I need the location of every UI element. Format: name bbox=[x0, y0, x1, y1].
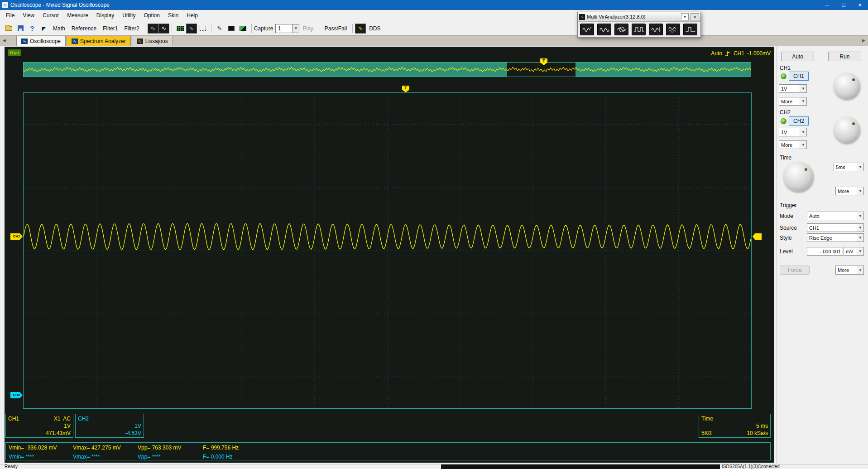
chevron-down-icon: ▼ bbox=[857, 163, 863, 171]
open-folder-icon bbox=[5, 26, 12, 31]
analyzer-title-bar[interactable]: ∿ Multi VirAnalyzer(3.12.8.0) ▼ × bbox=[578, 12, 700, 22]
lissajous-tool-button[interactable] bbox=[614, 24, 628, 35]
tab-oscilloscope[interactable]: ∿ Oscilloscope bbox=[16, 36, 66, 46]
spectrum-tool-button[interactable] bbox=[597, 24, 611, 35]
title-bar: ∿ Oscilloscope - Mixed Signal Oscillosco… bbox=[0, 0, 868, 10]
trigger-style-select[interactable]: Rise Edge ▼ bbox=[807, 233, 864, 242]
oscilloscope-tool-button[interactable]: s bbox=[580, 24, 594, 35]
menu-item-option[interactable]: Option bbox=[140, 11, 164, 20]
ch1-position-knob[interactable] bbox=[834, 73, 860, 99]
trigger-mode-value: Auto bbox=[807, 213, 857, 219]
persistence-icon[interactable]: ∿ bbox=[186, 24, 197, 34]
filter1-button[interactable]: Filter1 bbox=[100, 23, 121, 34]
tab-spectrum-analyzer[interactable]: ∿ Spectrum Analyzer bbox=[67, 36, 131, 46]
minimize-button[interactable]: ─ bbox=[819, 0, 835, 10]
ch2-toggle[interactable]: CH2 bbox=[789, 116, 809, 126]
help-button[interactable]: ? bbox=[26, 23, 38, 34]
time-more-dropdown[interactable]: More ▼ bbox=[835, 187, 864, 195]
annotate-button[interactable]: ✎ bbox=[214, 23, 225, 34]
ch2-position-knob[interactable] bbox=[834, 117, 860, 143]
ch1-ground-marker[interactable]: CH1 bbox=[10, 233, 23, 240]
trigger-level-marker[interactable] bbox=[753, 233, 762, 240]
close-button[interactable]: × bbox=[852, 0, 868, 10]
overview-strip bbox=[23, 62, 751, 77]
tab-scroll-right-icon[interactable]: ▶ bbox=[862, 38, 865, 43]
wave-display-icon[interactable]: ∿ bbox=[148, 24, 158, 34]
analyzer-dropdown-icon[interactable]: ▼ bbox=[681, 13, 689, 20]
ch1-frequency: F= 999.756 Hz bbox=[203, 444, 770, 452]
menu-item-skin[interactable]: Skin bbox=[164, 11, 182, 20]
ch2-more-dropdown[interactable]: More ▼ bbox=[779, 140, 807, 149]
chevron-down-icon: ▼ bbox=[857, 247, 863, 255]
toolbar-separator bbox=[211, 24, 211, 33]
passfail-button[interactable]: Pass/Fail bbox=[321, 23, 350, 34]
lissajous-tab-icon: ∿ bbox=[137, 39, 143, 44]
trigger-level-input[interactable] bbox=[807, 247, 843, 256]
capture-dropdown-arrow-icon[interactable]: ▼ bbox=[293, 24, 299, 33]
capture-count-input[interactable] bbox=[275, 24, 293, 33]
ch1-scale-select[interactable]: 1V ▼ bbox=[779, 84, 807, 93]
trigger-more-dropdown[interactable]: More ▼ bbox=[835, 266, 864, 275]
rising-edge-icon bbox=[725, 51, 731, 57]
menu-item-utility[interactable]: Utility bbox=[118, 11, 139, 20]
tab-spectrum-label: Spectrum Analyzer bbox=[80, 38, 126, 44]
timebase-knob[interactable] bbox=[783, 162, 813, 192]
force-trigger-button[interactable]: Force bbox=[780, 266, 810, 275]
maximize-button[interactable]: □ bbox=[835, 0, 852, 10]
ch1-toggle[interactable]: CH1 bbox=[789, 72, 809, 81]
dual-wave-tool-button[interactable] bbox=[666, 24, 680, 35]
tab-lissajous[interactable]: ∿ Lissajous bbox=[132, 36, 173, 46]
ch2-enabled-led[interactable] bbox=[781, 118, 786, 124]
trigger-position-marker[interactable]: T bbox=[402, 86, 409, 92]
chevron-down-icon: ▼ bbox=[857, 266, 863, 274]
color-scheme-button[interactable] bbox=[237, 23, 249, 34]
wave-display-alt-icon[interactable]: ∿ bbox=[158, 24, 169, 34]
chevron-down-icon: ▼ bbox=[800, 97, 806, 105]
trigger-more-label: More bbox=[836, 267, 857, 273]
dds-icon[interactable]: ∿ bbox=[355, 24, 366, 34]
menu-item-file[interactable]: File bbox=[2, 11, 19, 20]
signal-generator-tool-button[interactable] bbox=[649, 24, 663, 35]
analyzer-window: ∿ Multi VirAnalyzer(3.12.8.0) ▼ × s bbox=[577, 12, 701, 38]
graticule bbox=[23, 92, 752, 409]
reference-button[interactable]: Reference bbox=[68, 23, 100, 34]
menu-item-cursor[interactable]: Cursor bbox=[38, 11, 63, 20]
tab-oscilloscope-label: Oscilloscope bbox=[30, 38, 61, 44]
cursor-mode-button[interactable]: ◤ bbox=[38, 23, 50, 34]
analyzer-title: Multi VirAnalyzer(3.12.8.0) bbox=[587, 14, 679, 19]
menu-item-help[interactable]: Help bbox=[182, 11, 202, 20]
memory-depth: 5KB bbox=[701, 430, 712, 437]
trigger-level-label: Level bbox=[780, 248, 793, 255]
menu-item-measure[interactable]: Measure bbox=[63, 11, 92, 20]
ch1-info-panel: CH1X1 AC 1V 471.43mV bbox=[5, 414, 73, 438]
play-button[interactable]: Play bbox=[299, 23, 316, 34]
filter2-button[interactable]: Filter2 bbox=[121, 23, 142, 34]
run-button[interactable]: Run bbox=[828, 52, 861, 61]
select-area-button[interactable] bbox=[197, 23, 209, 34]
trigger-source-select[interactable]: CH1 ▼ bbox=[807, 223, 864, 232]
math-button[interactable]: Math bbox=[50, 23, 68, 34]
blank-screen-button[interactable] bbox=[225, 23, 237, 34]
timebase-select[interactable]: 5ms ▼ bbox=[834, 163, 864, 171]
pulse-tool-button[interactable] bbox=[683, 24, 697, 35]
ch2-ground-marker[interactable]: CH2 bbox=[10, 392, 23, 398]
grid-button[interactable] bbox=[174, 23, 186, 34]
dds-button[interactable]: DDS bbox=[366, 23, 384, 34]
ch1-more-dropdown[interactable]: More ▼ bbox=[779, 97, 807, 106]
trigger-level-unit-select[interactable]: mV ▼ bbox=[844, 247, 864, 256]
auto-button[interactable]: Auto bbox=[781, 52, 814, 61]
oscilloscope-tab-icon: ∿ bbox=[21, 39, 28, 44]
ch1-enabled-led[interactable] bbox=[781, 73, 786, 79]
logic-analyzer-tool-button[interactable] bbox=[632, 24, 646, 35]
save-button[interactable] bbox=[14, 23, 26, 34]
ch2-scale-select[interactable]: 1V ▼ bbox=[779, 128, 807, 136]
capture-label: Capture bbox=[254, 25, 273, 32]
analyzer-close-icon[interactable]: × bbox=[691, 13, 699, 20]
menu-item-display[interactable]: Display bbox=[92, 11, 118, 20]
time-section-label: Time bbox=[780, 155, 791, 161]
open-button[interactable] bbox=[3, 23, 14, 34]
trigger-mode-select[interactable]: Auto ▼ bbox=[807, 212, 864, 220]
tab-lissajous-label: Lissajous bbox=[145, 38, 168, 44]
menu-item-view[interactable]: View bbox=[19, 11, 38, 20]
tab-scroll-left-icon[interactable]: ◀ bbox=[3, 38, 6, 43]
